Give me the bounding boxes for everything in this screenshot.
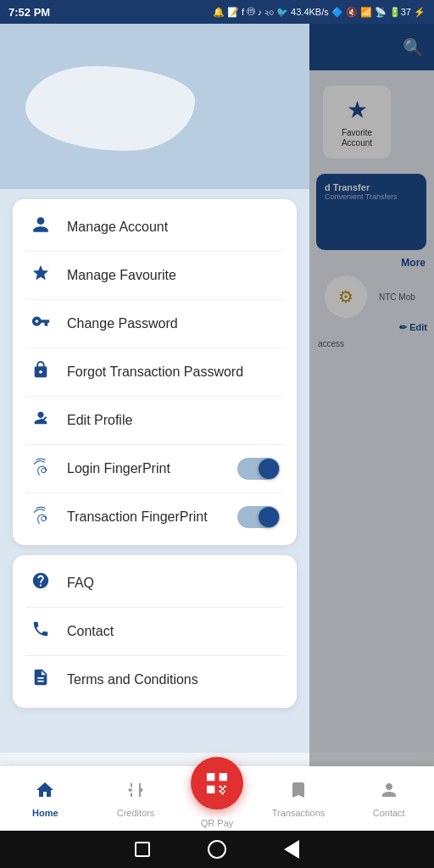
toggle-knob xyxy=(259,459,279,479)
manage-account-label: Manage Account xyxy=(67,220,280,235)
transactions-nav-label: Transactions xyxy=(272,808,326,818)
menu-item-faq[interactable]: FAQ xyxy=(13,559,297,607)
star-menu-icon xyxy=(30,264,52,287)
status-icons: 🔔 📝 f ⓜ ♪ ২৩ 🐦 43.4KB/s 🔷 🔇 📶 📡 🔋37 ⚡ xyxy=(213,6,426,18)
tiktok-icon: ♪ xyxy=(258,8,262,17)
contact-label: Contact xyxy=(67,624,280,639)
messenger-icon: ⓜ xyxy=(247,6,255,18)
main-menu-card: Manage Account Manage Favourite Change P… xyxy=(13,199,297,545)
back-button-icon xyxy=(284,840,299,859)
recent-apps-icon xyxy=(135,842,150,857)
home-nav-label: Home xyxy=(32,808,58,818)
status-time: 7:52 PM xyxy=(8,6,50,19)
menu-item-edit-profile[interactable]: Edit Profile xyxy=(13,397,297,444)
transaction-fingerprint-toggle[interactable] xyxy=(237,506,280,528)
fingerprint-login-icon xyxy=(30,457,52,481)
contact-nav-label: Contact xyxy=(373,808,405,818)
bluetooth-icon: 🔷 xyxy=(331,7,343,18)
faq-label: FAQ xyxy=(67,576,280,591)
manage-favourite-label: Manage Favourite xyxy=(67,268,280,283)
phone-icon xyxy=(30,620,52,643)
nav-qrpay[interactable]: QR Pay xyxy=(181,770,253,828)
transaction-fingerprint-toggle-container xyxy=(237,506,280,528)
fingerprint-transaction-icon xyxy=(30,505,52,529)
menu-item-manage-favourite[interactable]: Manage Favourite xyxy=(13,252,297,299)
system-nav-bar xyxy=(0,831,434,868)
change-password-label: Change Password xyxy=(67,316,280,331)
lock-icon xyxy=(30,360,52,384)
overlay xyxy=(309,24,434,868)
creditors-nav-label: Creditors xyxy=(117,808,155,818)
back-button[interactable] xyxy=(280,837,303,861)
number-icon: ২৩ xyxy=(264,7,274,18)
terms-label: Terms and Conditions xyxy=(67,672,280,687)
facebook-icon: f xyxy=(242,7,244,17)
login-fingerprint-label: Login FingerPrint xyxy=(67,461,222,476)
menu-item-manage-account[interactable]: Manage Account xyxy=(13,203,297,251)
transaction-fingerprint-label: Transaction FingerPrint xyxy=(67,509,222,525)
nav-home[interactable]: Home xyxy=(0,780,91,818)
login-fingerprint-toggle[interactable] xyxy=(237,458,280,480)
notification-icon: 🔔 xyxy=(213,7,225,18)
key-icon xyxy=(30,312,52,336)
charging-icon: ⚡ xyxy=(414,7,426,18)
wifi-icon: 📡 xyxy=(375,7,387,18)
edit-profile-label: Edit Profile xyxy=(67,413,280,428)
menu-item-login-fingerprint[interactable]: Login FingerPrint xyxy=(13,445,297,492)
signal-icon: 📶 xyxy=(360,7,372,18)
network-speed: 43.4KB/s xyxy=(291,7,329,17)
twitter-icon: 🐦 xyxy=(276,7,288,18)
menu-item-forgot-transaction-password[interactable]: Forgot Transaction Password xyxy=(13,348,297,396)
main-container: 🔍 ★ Favorite Account d Transfer Convenie… xyxy=(0,24,434,868)
home-button[interactable] xyxy=(205,837,229,861)
notes-icon: 📝 xyxy=(227,7,239,18)
support-card: FAQ Contact Terms and Conditions xyxy=(13,555,297,708)
edit-profile-icon xyxy=(30,409,52,432)
home-button-icon xyxy=(208,840,226,859)
bottom-nav: Home Creditors QR Pay Transactions Conta… xyxy=(0,766,434,831)
home-icon xyxy=(35,780,55,805)
menu-item-change-password[interactable]: Change Password xyxy=(13,300,297,348)
toggle-knob-2 xyxy=(259,507,279,527)
nav-creditors[interactable]: Creditors xyxy=(91,780,181,818)
drawer-menu: Manage Account Manage Favourite Change P… xyxy=(0,24,309,753)
menu-item-contact[interactable]: Contact xyxy=(13,608,297,655)
recent-apps-button[interactable] xyxy=(131,837,154,861)
nav-contact[interactable]: Contact xyxy=(343,780,434,818)
creditors-icon xyxy=(125,780,146,805)
status-bar: 7:52 PM 🔔 📝 f ⓜ ♪ ২৩ 🐦 43.4KB/s 🔷 🔇 📶 📡 … xyxy=(0,0,434,24)
nav-transactions[interactable]: Transactions xyxy=(253,780,344,818)
profile-blob xyxy=(25,66,195,151)
menu-item-transaction-fingerprint[interactable]: Transaction FingerPrint xyxy=(13,493,297,541)
battery-icon: 🔋37 xyxy=(389,7,411,18)
contact-nav-icon xyxy=(379,780,399,805)
person-icon xyxy=(30,215,52,239)
forgot-transaction-password-label: Forgot Transaction Password xyxy=(67,364,280,380)
volume-icon: 🔇 xyxy=(346,7,358,18)
profile-area xyxy=(0,24,309,189)
qr-code-icon xyxy=(203,770,231,797)
login-fingerprint-toggle-container xyxy=(237,458,280,480)
menu-item-terms[interactable]: Terms and Conditions xyxy=(13,656,297,704)
transactions-icon xyxy=(288,780,309,805)
qrpay-nav-label: QR Pay xyxy=(201,818,234,828)
question-icon xyxy=(30,571,52,595)
qr-fab-button[interactable] xyxy=(191,757,243,810)
document-icon xyxy=(30,668,52,692)
